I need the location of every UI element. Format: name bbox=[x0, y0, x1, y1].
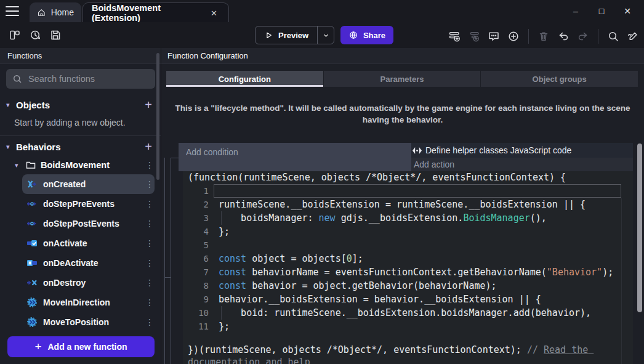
line-number: 7 bbox=[183, 265, 209, 279]
function-item-label: onDestroy bbox=[43, 278, 145, 288]
event-bracket bbox=[171, 158, 179, 158]
add-condition-label: Add condition bbox=[186, 147, 238, 157]
line-number: 11 bbox=[183, 320, 209, 333]
project-manager-icon[interactable] bbox=[9, 29, 21, 41]
behavior-folder-row[interactable]: ▾ BoidsMovement ⋮ bbox=[15, 156, 155, 174]
hamburger-menu-icon[interactable] bbox=[6, 6, 19, 16]
preview-dropdown-button[interactable] bbox=[317, 26, 334, 44]
preview-label: Preview bbox=[278, 31, 308, 40]
behaviors-section-row[interactable]: ▾ Behaviors + bbox=[6, 138, 155, 155]
tab-object-groups[interactable]: Object groups bbox=[481, 71, 638, 87]
search-functions-box[interactable] bbox=[6, 69, 155, 89]
folder-menu-button[interactable]: ⋮ bbox=[145, 160, 155, 170]
function-item-doStepPreEvents[interactable]: doStepPreEvents⋮ bbox=[22, 194, 155, 214]
item-menu-button[interactable]: ⋮ bbox=[145, 179, 155, 189]
code-line-6: 6const object = objects[0]; bbox=[183, 252, 633, 265]
item-menu-button[interactable]: ⋮ bbox=[145, 199, 155, 209]
sidebar-scrollbar[interactable] bbox=[156, 53, 159, 180]
redo-icon[interactable] bbox=[577, 30, 589, 42]
tab-home-label: Home bbox=[51, 7, 74, 17]
code-header-line: (function(runtimeScene, objects /*Object… bbox=[183, 171, 633, 184]
function-item-onActivate[interactable]: onActivate⋮ bbox=[22, 233, 155, 253]
preview-button[interactable]: Preview bbox=[256, 31, 317, 40]
search-functions-input[interactable] bbox=[28, 74, 149, 84]
code-line-8: 8const behavior = object.getBehavior(beh… bbox=[183, 279, 633, 293]
js-event-title[interactable]: Define helper classes JavaScript code bbox=[411, 143, 633, 158]
line-number: 4 bbox=[183, 225, 209, 238]
titlebar: Home BoidsMovement (Extension) ✕ – □ ✕ bbox=[0, 0, 644, 22]
function-item-onCreated[interactable]: onCreated⋮ bbox=[22, 174, 155, 194]
step-icon bbox=[27, 199, 37, 209]
undo-icon[interactable] bbox=[557, 30, 570, 42]
footer-comment: // bbox=[527, 344, 544, 355]
search-icon bbox=[12, 74, 23, 84]
function-item-MoveToPosition[interactable]: MoveToPosition⋮ bbox=[22, 312, 155, 332]
code-line-7: 7const behaviorName = eventsFunctionCont… bbox=[183, 265, 633, 279]
item-menu-button[interactable]: ⋮ bbox=[145, 238, 155, 248]
line-number: 9 bbox=[183, 293, 209, 306]
toolbar-divider bbox=[598, 29, 598, 44]
toolbar: Preview Share bbox=[0, 22, 644, 48]
function-item-onDestroy[interactable]: onDestroy⋮ bbox=[22, 273, 155, 293]
line-number: 8 bbox=[183, 279, 209, 293]
add-function-button[interactable]: + Add a new function bbox=[7, 336, 155, 357]
maximize-button[interactable]: □ bbox=[589, 6, 614, 16]
function-item-label: doStepPreEvents bbox=[43, 199, 145, 209]
item-menu-button[interactable]: ⋮ bbox=[145, 258, 155, 268]
chevron-down-icon[interactable]: ▾ bbox=[6, 101, 16, 109]
search-icon[interactable] bbox=[607, 30, 619, 42]
play-icon bbox=[264, 31, 273, 40]
history-icon[interactable] bbox=[29, 29, 41, 41]
add-function-label: Add a new function bbox=[48, 342, 127, 352]
minimize-button[interactable]: – bbox=[563, 6, 589, 16]
add-object-button[interactable]: + bbox=[142, 99, 155, 111]
function-item-label: MoveInDirection bbox=[43, 297, 145, 307]
function-item-label: MoveToPosition bbox=[43, 317, 145, 327]
add-comment-icon[interactable] bbox=[488, 30, 500, 42]
tab-configuration[interactable]: Configuration bbox=[166, 71, 324, 87]
function-item-label: onActivate bbox=[43, 238, 145, 248]
function-item-onDeActivate[interactable]: onDeActivate⋮ bbox=[22, 253, 155, 273]
add-event-icon[interactable] bbox=[448, 30, 461, 42]
tab-boidsmovement[interactable]: BoidsMovement (Extension) ✕ bbox=[83, 2, 229, 23]
line-number: 2 bbox=[183, 198, 209, 211]
item-menu-button[interactable]: ⋮ bbox=[145, 297, 155, 307]
add-behavior-button[interactable]: + bbox=[142, 140, 155, 153]
function-item-MoveInDirection[interactable]: MoveInDirection⋮ bbox=[22, 293, 155, 312]
tab-parameters[interactable]: Parameters bbox=[324, 71, 481, 87]
objects-section-row[interactable]: ▾ Objects + bbox=[6, 96, 155, 113]
item-menu-button[interactable]: ⋮ bbox=[145, 317, 155, 327]
plus-icon: + bbox=[34, 340, 41, 354]
tab-close-icon[interactable]: ✕ bbox=[208, 7, 220, 19]
action-column: Define helper classes JavaScript code Ad… bbox=[411, 143, 633, 171]
toolbar-right-icons bbox=[448, 29, 639, 44]
item-menu-button[interactable]: ⋮ bbox=[145, 219, 155, 229]
item-menu-button[interactable]: ⋮ bbox=[145, 278, 155, 288]
add-circle-icon[interactable] bbox=[507, 30, 520, 42]
functions-sidebar: Functions ▾ Objects + Start by adding a … bbox=[0, 48, 161, 364]
toolbar-divider bbox=[528, 29, 529, 44]
function-item-doStepPostEvents[interactable]: doStepPostEvents⋮ bbox=[22, 214, 155, 233]
panel-title: Function Configuration bbox=[167, 51, 248, 60]
main-scrollbar[interactable] bbox=[637, 144, 642, 312]
code-line-9: 9behavior.__boidsExtension = behavior.__… bbox=[183, 293, 633, 306]
tab-home[interactable]: Home bbox=[30, 2, 81, 22]
js-code-editor[interactable]: (function(runtimeScene, objects /*Object… bbox=[183, 171, 633, 364]
delete-icon[interactable] bbox=[537, 30, 550, 42]
add-subevent-icon[interactable] bbox=[468, 30, 480, 42]
line-number: 6 bbox=[183, 252, 209, 265]
share-button[interactable]: Share bbox=[340, 26, 393, 44]
close-button[interactable]: ✕ bbox=[614, 6, 640, 16]
footer-code: })(runtimeScene, objects /*Object*/, eve… bbox=[188, 344, 527, 355]
chevron-down-icon[interactable]: ▾ bbox=[15, 161, 25, 169]
event-bracket bbox=[171, 158, 171, 364]
add-condition-button[interactable]: Add condition bbox=[179, 143, 411, 171]
chevron-down-icon[interactable]: ▾ bbox=[6, 143, 16, 151]
home-icon bbox=[37, 7, 46, 18]
activate-icon bbox=[27, 238, 37, 248]
save-icon[interactable] bbox=[49, 29, 62, 41]
behavior-folder-label: BoidsMovement bbox=[41, 160, 145, 170]
edit-icon[interactable] bbox=[627, 30, 639, 42]
deactivate-icon bbox=[27, 258, 37, 268]
add-action-button[interactable]: Add action bbox=[411, 158, 633, 171]
